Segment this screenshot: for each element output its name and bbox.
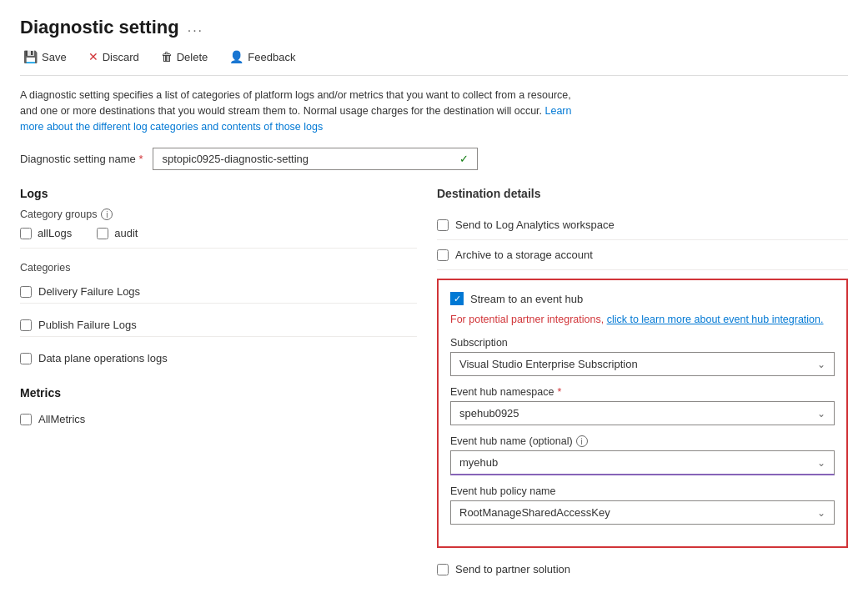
subscription-chevron-icon: ⌄ <box>817 359 825 370</box>
discard-icon: ✕ <box>88 50 98 63</box>
log-analytics-label[interactable]: Send to Log Analytics workspace <box>455 219 615 231</box>
delete-button[interactable]: 🗑 Delete <box>158 48 212 65</box>
hub-name-info-icon[interactable]: i <box>576 435 588 447</box>
ellipsis-icon: ... <box>188 20 203 35</box>
save-label: Save <box>42 51 67 63</box>
namespace-value: spehub0925 <box>459 407 519 420</box>
audit-checkbox[interactable] <box>97 228 108 239</box>
category-group-checkboxes: allLogs audit <box>20 227 417 239</box>
setting-name-input-box[interactable]: sptopic0925-diagnostic-setting ✓ <box>153 148 478 170</box>
category-groups-label: Category groups i <box>20 209 417 220</box>
namespace-field: Event hub namespace * spehub0925 ⌄ <box>450 386 835 425</box>
data-plane-logs-row: Data plane operations logs <box>20 347 417 369</box>
storage-account-label[interactable]: Archive to a storage account <box>455 249 593 261</box>
subscription-dropdown[interactable]: Visual Studio Enterprise Subscription ⌄ <box>450 352 835 376</box>
toolbar: 💾 Save ✕ Discard 🗑 Delete 👤 Feedback <box>20 48 848 76</box>
publish-failure-label[interactable]: Publish Failure Logs <box>38 319 137 331</box>
event-hub-section: ✓ Stream to an event hub For potential p… <box>437 279 848 548</box>
alllogs-checkbox-item: allLogs <box>20 227 72 239</box>
log-analytics-row: Send to Log Analytics workspace <box>437 210 848 240</box>
policy-field: Event hub policy name RootManageSharedAc… <box>450 485 835 525</box>
right-column: Destination details Send to Log Analytic… <box>437 187 848 584</box>
feedback-icon: 👤 <box>229 50 243 63</box>
partner-solution-row: Send to partner solution <box>437 555 848 584</box>
event-hub-note: For potential partner integrations, clic… <box>450 314 835 325</box>
discard-button[interactable]: ✕ Discard <box>85 48 143 65</box>
publish-failure-logs-row: Publish Failure Logs <box>20 314 417 337</box>
delivery-failure-checkbox[interactable] <box>20 286 32 298</box>
allmetrics-label[interactable]: AllMetrics <box>38 413 85 425</box>
partner-solution-label[interactable]: Send to partner solution <box>455 563 570 575</box>
alllogs-checkbox[interactable] <box>20 228 32 239</box>
delivery-failure-logs-row: Delivery Failure Logs <box>20 280 417 304</box>
category-groups-info-icon[interactable]: i <box>101 209 113 220</box>
setting-name-row: Diagnostic setting name * sptopic0925-di… <box>20 148 848 170</box>
allmetrics-checkbox[interactable] <box>20 414 32 425</box>
metrics-section: Metrics AllMetrics <box>20 386 417 430</box>
subscription-label: Subscription <box>450 337 835 349</box>
delete-label: Delete <box>177 51 208 63</box>
hub-name-value: myehub <box>459 456 498 469</box>
audit-label[interactable]: audit <box>114 227 138 239</box>
logs-section-title: Logs <box>20 187 417 200</box>
categories-label: Categories <box>20 262 417 274</box>
save-icon: 💾 <box>23 50 38 63</box>
event-hub-checked-icon[interactable]: ✓ <box>450 292 464 305</box>
description-text: A diagnostic setting specifies a list of… <box>20 88 587 134</box>
discard-label: Discard <box>103 51 139 63</box>
subscription-value: Visual Studio Enterprise Subscription <box>459 358 638 370</box>
namespace-chevron-icon: ⌄ <box>817 408 825 420</box>
partner-solution-checkbox[interactable] <box>437 564 449 575</box>
storage-account-row: Archive to a storage account <box>437 240 848 270</box>
page-title: Diagnostic setting ... <box>20 17 848 38</box>
save-button[interactable]: 💾 Save <box>20 48 70 65</box>
audit-checkbox-item: audit <box>97 227 138 239</box>
subscription-field: Subscription Visual Studio Enterprise Su… <box>450 337 835 376</box>
hub-name-chevron-icon: ⌄ <box>817 457 825 469</box>
hub-name-dropdown[interactable]: myehub ⌄ <box>450 450 835 475</box>
hub-name-field: Event hub name (optional) i myehub ⌄ <box>450 435 835 475</box>
policy-label: Event hub policy name <box>450 485 835 497</box>
metrics-section-title: Metrics <box>20 386 417 399</box>
validation-check-icon: ✓ <box>459 153 469 165</box>
log-analytics-checkbox[interactable] <box>437 219 449 231</box>
feedback-button[interactable]: 👤 Feedback <box>226 48 299 65</box>
main-content: Logs Category groups i allLogs audit <box>20 187 848 584</box>
left-column: Logs Category groups i allLogs audit <box>20 187 437 584</box>
publish-failure-checkbox[interactable] <box>20 319 32 331</box>
alllogs-label[interactable]: allLogs <box>38 227 72 239</box>
policy-value: RootManageSharedAccessKey <box>459 506 610 519</box>
namespace-label: Event hub namespace * <box>450 386 835 398</box>
setting-name-value: sptopic0925-diagnostic-setting <box>162 153 309 165</box>
policy-dropdown[interactable]: RootManageSharedAccessKey ⌄ <box>450 500 835 525</box>
setting-name-label: Diagnostic setting name * <box>20 153 143 165</box>
event-hub-header: ✓ Stream to an event hub <box>450 292 835 305</box>
feedback-label: Feedback <box>248 51 295 63</box>
hub-name-label: Event hub name (optional) i <box>450 435 835 447</box>
destination-section-title: Destination details <box>437 187 848 200</box>
event-hub-note-link[interactable]: click to learn more about event hub inte… <box>607 314 824 325</box>
categories-section: Categories Delivery Failure Logs Publish… <box>20 262 417 369</box>
logs-section: Logs Category groups i allLogs audit <box>20 187 417 369</box>
data-plane-checkbox[interactable] <box>20 353 32 364</box>
allmetrics-row: AllMetrics <box>20 408 417 430</box>
storage-account-checkbox[interactable] <box>437 249 449 261</box>
delete-icon: 🗑 <box>161 50 173 63</box>
data-plane-label[interactable]: Data plane operations logs <box>38 352 168 364</box>
policy-chevron-icon: ⌄ <box>817 507 825 519</box>
namespace-dropdown[interactable]: spehub0925 ⌄ <box>450 401 835 425</box>
event-hub-label: Stream to an event hub <box>470 293 583 305</box>
event-hub-wrapper: ✓ Stream to an event hub For potential p… <box>437 270 848 548</box>
delivery-failure-label[interactable]: Delivery Failure Logs <box>38 285 140 298</box>
